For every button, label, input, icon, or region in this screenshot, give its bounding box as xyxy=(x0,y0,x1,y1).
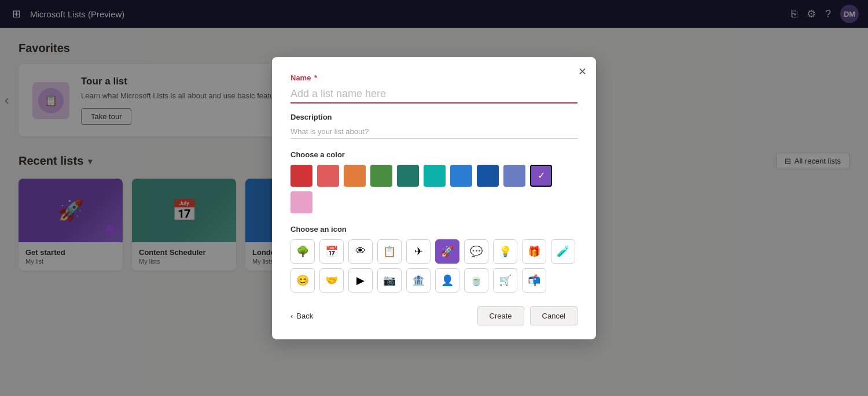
icon-grid: 🌳 📅 👁 📋 ✈ 🚀 💬 💡 🎁 🧪 😊 🤝 ▶ 📷 🏦 👤 🍵 🛒 📬 xyxy=(290,239,578,293)
dialog-close-button[interactable]: ✕ xyxy=(578,65,587,78)
cancel-button[interactable]: Cancel xyxy=(530,306,578,325)
color-swatch-periwinkle[interactable] xyxy=(503,165,525,187)
color-section-label: Choose a color xyxy=(290,150,578,159)
handshake-icon-btn[interactable]: 🤝 xyxy=(319,268,344,293)
create-button[interactable]: Create xyxy=(477,306,524,325)
play-icon-btn[interactable]: ▶ xyxy=(348,268,373,293)
rocket-icon-btn[interactable]: 🚀 xyxy=(435,239,459,264)
color-swatches: ✓ xyxy=(290,165,578,213)
chat-icon-btn[interactable]: 💬 xyxy=(464,239,488,264)
person-icon-btn[interactable]: 👤 xyxy=(435,268,459,293)
color-swatch-purple[interactable]: ✓ xyxy=(530,165,552,187)
plane-icon-btn[interactable]: ✈ xyxy=(406,239,431,264)
clipboard-icon-btn[interactable]: 📋 xyxy=(377,239,402,264)
description-field-label: Description xyxy=(290,113,578,121)
cart-icon-btn[interactable]: 🛒 xyxy=(493,268,517,293)
lightbulb-icon-btn[interactable]: 💡 xyxy=(493,239,517,264)
color-swatch-dark-red[interactable] xyxy=(290,165,312,187)
color-swatch-dark-teal[interactable] xyxy=(397,165,419,187)
back-chevron-icon: ‹ xyxy=(290,312,293,320)
face-icon-btn[interactable]: 😊 xyxy=(290,268,315,293)
color-swatch-pink[interactable] xyxy=(290,191,312,213)
gift-icon-btn[interactable]: 🎁 xyxy=(522,239,546,264)
color-swatch-teal[interactable] xyxy=(424,165,446,187)
eye-icon-btn[interactable]: 👁 xyxy=(348,239,373,264)
description-input[interactable] xyxy=(290,125,578,139)
color-swatch-orange[interactable] xyxy=(344,165,366,187)
flask-icon-btn[interactable]: 🧪 xyxy=(551,239,575,264)
color-swatch-dark-blue[interactable] xyxy=(477,165,499,187)
create-list-dialog: ✕ Name * Description Choose a color ✓ Ch… xyxy=(272,57,596,339)
check-icon: ✓ xyxy=(538,170,545,181)
dialog-actions: Create Cancel xyxy=(477,306,578,325)
dialog-footer: ‹ Back Create Cancel xyxy=(290,306,578,325)
mailbox-icon-btn[interactable]: 📬 xyxy=(522,268,546,293)
name-field-label: Name * xyxy=(290,73,578,82)
color-swatch-green[interactable] xyxy=(370,165,392,187)
calendar-icon-btn[interactable]: 📅 xyxy=(319,239,344,264)
icon-section-label: Choose an icon xyxy=(290,225,578,234)
back-button[interactable]: ‹ Back xyxy=(290,312,313,320)
camera-icon-btn[interactable]: 📷 xyxy=(377,268,402,293)
color-swatch-red[interactable] xyxy=(317,165,339,187)
color-swatch-blue[interactable] xyxy=(450,165,472,187)
name-input[interactable] xyxy=(290,86,578,103)
tea-icon-btn[interactable]: 🍵 xyxy=(464,268,488,293)
bank-icon-btn[interactable]: 🏦 xyxy=(406,268,431,293)
tree-icon-btn[interactable]: 🌳 xyxy=(290,239,315,264)
